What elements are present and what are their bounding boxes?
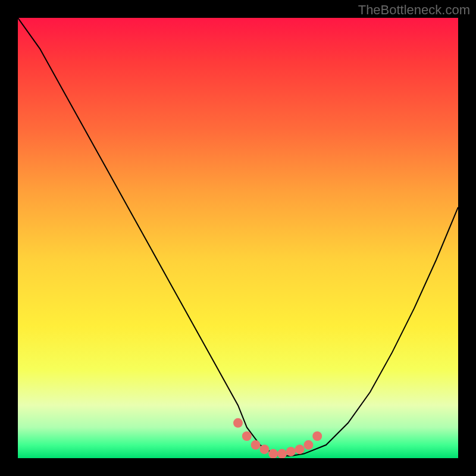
- marker-dot: [242, 431, 252, 441]
- marker-dot: [259, 444, 269, 454]
- marker-dot: [233, 418, 243, 428]
- marker-dot: [312, 431, 322, 441]
- chart-container: [18, 18, 458, 458]
- marker-dot: [303, 440, 313, 450]
- marker-dot: [295, 444, 305, 454]
- marker-dot: [268, 449, 278, 458]
- marker-dot: [277, 449, 287, 458]
- marker-dot: [286, 447, 296, 456]
- watermark-text: TheBottleneck.com: [358, 2, 470, 18]
- marker-dot: [251, 440, 261, 450]
- curve-path: [18, 18, 458, 456]
- bottleneck-curve: [18, 18, 458, 458]
